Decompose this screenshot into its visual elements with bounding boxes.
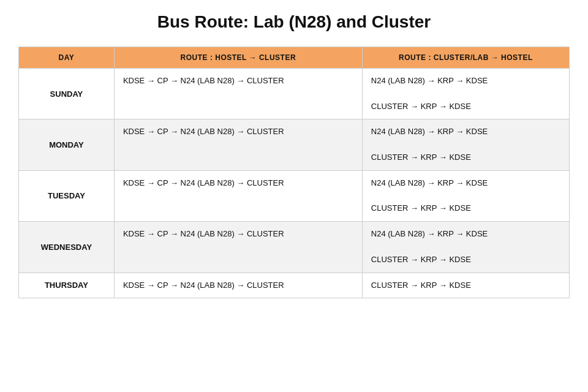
cell-to-cluster: KDSE → CP → N24 (LAB N28) → CLUSTER bbox=[114, 69, 362, 119]
cell-to-cluster: KDSE → CP → N24 (LAB N28) → CLUSTER bbox=[114, 170, 362, 221]
header-day: DAY bbox=[19, 47, 115, 69]
cell-day: MONDAY bbox=[19, 119, 115, 170]
cell-day: TUESDAY bbox=[19, 170, 115, 221]
cell-to-cluster: KDSE → CP → N24 (LAB N28) → CLUSTER bbox=[114, 119, 362, 170]
header-to-cluster: ROUTE : HOSTEL → CLUSTER bbox=[114, 47, 362, 69]
cell-to-cluster: KDSE → CP → N24 (LAB N28) → CLUSTER bbox=[114, 222, 362, 273]
table-row: SUNDAYKDSE → CP → N24 (LAB N28) → CLUSTE… bbox=[19, 69, 570, 119]
cell-day: THURSDAY bbox=[19, 273, 115, 298]
cell-day: WEDNESDAY bbox=[19, 222, 115, 273]
cell-to-hostel: N24 (LAB N28) → KRP → KDSECLUSTER → KRP … bbox=[362, 119, 569, 170]
cell-to-hostel: N24 (LAB N28) → KRP → KDSECLUSTER → KRP … bbox=[362, 222, 569, 273]
table-row: WEDNESDAYKDSE → CP → N24 (LAB N28) → CLU… bbox=[19, 222, 570, 273]
page-title: Bus Route: Lab (N28) and Cluster bbox=[157, 12, 431, 32]
cell-to-hostel: N24 (LAB N28) → KRP → KDSECLUSTER → KRP … bbox=[362, 69, 569, 119]
header-to-hostel: ROUTE : CLUSTER/LAB → HOSTEL bbox=[362, 47, 569, 69]
cell-to-hostel: CLUSTER → KRP → KDSE bbox=[362, 273, 569, 298]
cell-to-hostel: N24 (LAB N28) → KRP → KDSECLUSTER → KRP … bbox=[362, 170, 569, 221]
table-row: THURSDAYKDSE → CP → N24 (LAB N28) → CLUS… bbox=[19, 273, 570, 298]
cell-day: SUNDAY bbox=[19, 69, 115, 119]
table-row: MONDAYKDSE → CP → N24 (LAB N28) → CLUSTE… bbox=[19, 119, 570, 170]
bus-route-table: DAY ROUTE : HOSTEL → CLUSTER ROUTE : CLU… bbox=[18, 47, 570, 298]
cell-to-cluster: KDSE → CP → N24 (LAB N28) → CLUSTER bbox=[114, 273, 362, 298]
table-row: TUESDAYKDSE → CP → N24 (LAB N28) → CLUST… bbox=[19, 170, 570, 221]
